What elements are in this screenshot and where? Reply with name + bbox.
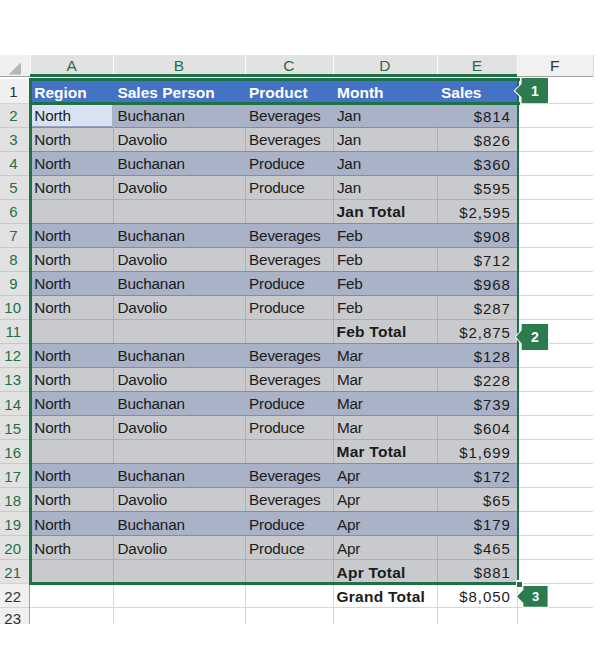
svg-text:1: 1	[531, 83, 539, 99]
svg-text:3: 3	[532, 589, 539, 604]
svg-text:2: 2	[531, 329, 539, 345]
